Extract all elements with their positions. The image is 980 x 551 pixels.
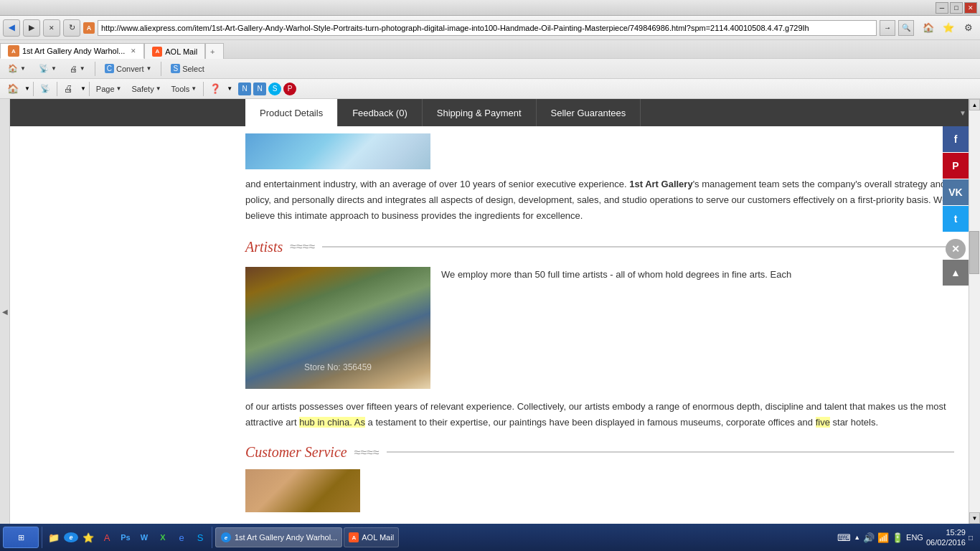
social-close-button[interactable]: ✕ [946, 239, 966, 259]
settings-icon[interactable]: ⚙ [960, 20, 977, 36]
intro-text-1: and entertainment industry, with an aver… [245, 179, 629, 189]
taskbar-ie-window-icon: e [220, 532, 232, 543]
tab-spacer [641, 99, 957, 126]
network-icon[interactable]: 📶 [877, 532, 889, 543]
top-image-area [245, 133, 954, 169]
safety-menu[interactable]: Safety ▼ [128, 83, 164, 95]
select-icon: S [171, 64, 180, 73]
taskbar-aol-icon: A [349, 532, 359, 542]
taskbar-sep-1 [42, 527, 42, 548]
clock-time: 15:29 [926, 527, 966, 537]
start-button[interactable]: ⊞ [3, 527, 39, 548]
stop-button[interactable]: ✕ [43, 19, 60, 37]
minimize-button[interactable]: ─ [936, 2, 948, 14]
speaker-icon[interactable]: 🔊 [863, 532, 875, 543]
scroll-down-arrow[interactable]: ▼ [969, 512, 980, 524]
facebook-share-button[interactable]: f [943, 126, 969, 152]
address-bar-row: ◀ ▶ ✕ ↻ A → 🔍 🏠 ⭐ ⚙ [0, 16, 980, 40]
page-dropdown-arrow[interactable]: ▼ [116, 85, 122, 92]
vk-share-button[interactable]: VK [943, 179, 969, 205]
keyboard-icon[interactable]: ⌨ [837, 532, 851, 543]
refresh-button[interactable]: ↻ [63, 19, 80, 37]
arrow-up-icon[interactable]: ▲ [854, 534, 860, 541]
taskbar-word-icon[interactable]: W [136, 529, 153, 545]
title-bar: ─ □ ✕ [0, 0, 980, 16]
battery-icon[interactable]: 🔋 [892, 532, 903, 543]
rss-icon-2[interactable]: 📡 [37, 81, 54, 97]
print-dropdown-2[interactable]: ▼ [80, 85, 86, 92]
taskbar-aol-window-label: AOL Mail [362, 533, 394, 542]
select-toolbar-item[interactable]: S Select [167, 62, 207, 75]
taskbar-file-explorer[interactable]: 📁 [45, 529, 62, 545]
twitter-share-button[interactable]: t [943, 206, 969, 232]
intro-section: and entertainment industry, with an aver… [245, 126, 969, 519]
tab-seller-label: Seller Guarantees [551, 108, 626, 118]
tab-product-details[interactable]: Product Details [245, 99, 338, 126]
help-icon[interactable]: ❓ [207, 81, 224, 97]
taskbar-ie-window-label: 1st Art Gallery Andy Warhol... [235, 533, 337, 542]
rss-dropdown-arrow[interactable]: ▼ [51, 65, 57, 72]
page-menu[interactable]: Page ▼ [93, 83, 126, 95]
tab-label-2: AOL Mail [165, 47, 197, 56]
skype-icon[interactable]: S [268, 83, 281, 95]
scroll-thumb[interactable] [969, 231, 979, 274]
convert-dropdown-arrow[interactable]: ▼ [146, 65, 152, 72]
page-content: Product Details Feedback (0) Shipping & … [10, 99, 969, 524]
tab-art-gallery[interactable]: A 1st Art Gallery Andy Warhol... ✕ [0, 43, 144, 59]
back-button[interactable]: ◀ [3, 19, 20, 37]
taskbar-acrobat-icon[interactable]: A [98, 529, 116, 545]
taskbar-skype-icon[interactable]: S [192, 529, 209, 545]
taskbar-aol-window[interactable]: A AOL Mail [344, 527, 399, 547]
taskbar-ie-icon[interactable]: e [64, 532, 78, 542]
safety-dropdown-arrow[interactable]: ▼ [156, 85, 161, 92]
tab-shipping[interactable]: Shipping & Payment [423, 99, 537, 126]
pinterest-share-button[interactable]: P [943, 153, 969, 179]
left-scroll-panel[interactable]: ◀ [0, 99, 10, 524]
artists-divider [322, 246, 954, 248]
taskbar-star-icon[interactable]: ⭐ [80, 529, 97, 545]
taskbar-ie2-icon[interactable]: e [173, 529, 190, 545]
home-dropdown-2[interactable]: ▼ [24, 85, 30, 92]
go-button[interactable]: → [880, 20, 895, 36]
taskbar-excel-icon[interactable]: X [154, 529, 171, 545]
tools-dropdown-arrow[interactable]: ▼ [191, 85, 197, 92]
tool-icon-2[interactable]: N [253, 83, 266, 95]
forward-button[interactable]: ▶ [23, 19, 40, 37]
scroll-to-top-button[interactable]: ▲ [943, 260, 969, 286]
show-desktop-icon[interactable]: □ [969, 534, 973, 542]
pinterest-toolbar-icon[interactable]: P [283, 83, 296, 95]
tab-close-1[interactable]: ✕ [131, 47, 136, 55]
address-input[interactable] [98, 20, 877, 36]
scroll-track[interactable] [969, 110, 980, 512]
select-label: Select [182, 65, 204, 73]
help-dropdown[interactable]: ▼ [227, 85, 232, 92]
print-icon-2[interactable]: 🖨 [60, 81, 77, 97]
ie-window-logo: e [221, 532, 231, 542]
tab-feedback[interactable]: Feedback (0) [338, 99, 423, 126]
search-icon[interactable]: 🔍 [898, 20, 914, 36]
customer-service-header: Customer Service ≈≈≈≈ [245, 441, 954, 463]
new-tab-button[interactable]: + [205, 43, 224, 59]
tab-favicon-1: A [8, 45, 19, 57]
rss-feed-icon: 📡 [39, 64, 49, 73]
home-toolbar-icon[interactable]: 🏠 ▼ [4, 62, 29, 75]
tab-aol-mail[interactable]: A AOL Mail [144, 43, 205, 59]
home-icon[interactable]: 🏠 [920, 20, 937, 36]
taskbar-ie-window[interactable]: e 1st Art Gallery Andy Warhol... [215, 527, 342, 547]
tab-scroll-right[interactable]: ▼ [957, 99, 969, 126]
home-dropdown[interactable]: ▼ [20, 65, 26, 72]
rss-icon[interactable]: 📡 ▼ [35, 62, 60, 75]
scroll-up-arrow[interactable]: ▲ [969, 99, 980, 110]
convert-toolbar-item[interactable]: C Convert ▼ [101, 62, 156, 75]
taskbar-ps-icon[interactable]: Ps [117, 529, 134, 545]
favorites-star-icon[interactable]: ⭐ [940, 20, 957, 36]
system-tray: ⌨ ▲ 🔊 📶 🔋 ENG 15:29 06/02/2016 □ [833, 527, 977, 548]
home-icon-2[interactable]: 🏠 [4, 81, 22, 97]
close-button[interactable]: ✕ [964, 2, 977, 14]
print-dropdown-arrow[interactable]: ▼ [80, 65, 85, 72]
tools-menu[interactable]: Tools ▼ [168, 83, 201, 95]
notepad-icon[interactable]: N [238, 83, 251, 95]
maximize-button[interactable]: □ [950, 2, 963, 14]
tab-seller[interactable]: Seller Guarantees [537, 99, 641, 126]
print-icon[interactable]: 🖨 ▼ [66, 62, 89, 75]
